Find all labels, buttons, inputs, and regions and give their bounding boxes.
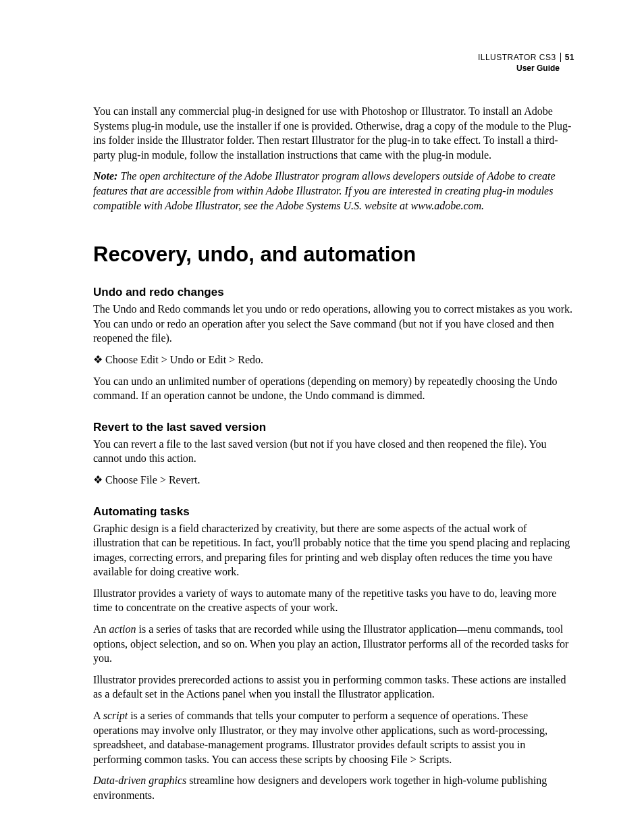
note-paragraph: Note: The open architecture of the Adobe…	[93, 169, 574, 213]
header-line-2: User Guide	[478, 63, 574, 74]
revert-p1: You can revert a file to the last saved …	[93, 437, 574, 466]
note-label: Note:	[93, 170, 117, 182]
section-heading: Recovery, undo, and automation	[93, 242, 574, 267]
undo-bullet: ❖Choose Edit > Undo or Edit > Redo.	[93, 353, 574, 367]
header-line-1: ILLUSTRATOR CS351	[478, 53, 574, 63]
revert-bullet-text: Choose File > Revert.	[105, 474, 200, 486]
revert-bullet: ❖Choose File > Revert.	[93, 473, 574, 488]
undo-p2: You can undo an unlimited number of oper…	[93, 374, 574, 403]
auto-p6: Data-driven graphics streamline how desi…	[93, 773, 574, 802]
auto-p5-em: script	[103, 710, 128, 721]
auto-p1: Graphic design is a field characterized …	[93, 521, 574, 579]
undo-bullet-text: Choose Edit > Undo or Edit > Redo.	[105, 354, 263, 365]
undo-p1: The Undo and Redo commands let you undo …	[93, 302, 574, 346]
auto-p4: Illustrator provides prerecorded actions…	[93, 673, 574, 702]
page: ILLUSTRATOR CS351 User Guide You can ins…	[0, 0, 644, 834]
product-name: ILLUSTRATOR CS3	[478, 53, 556, 62]
auto-p5-b: is a series of commands that tells your …	[93, 710, 547, 765]
running-header: ILLUSTRATOR CS351 User Guide	[478, 53, 574, 74]
revert-heading: Revert to the last saved version	[93, 421, 574, 434]
diamond-icon: ❖	[93, 473, 105, 488]
auto-p5-a: A	[93, 710, 103, 721]
auto-p2: Illustrator provides a variety of ways t…	[93, 586, 574, 615]
page-number: 51	[560, 53, 574, 62]
auto-p6-em: Data-driven graphics	[93, 775, 186, 786]
note-body: The open architecture of the Adobe Illus…	[93, 170, 556, 211]
diamond-icon: ❖	[93, 353, 105, 367]
auto-p5: A script is a series of commands that te…	[93, 708, 574, 766]
auto-p3-a: An	[93, 623, 109, 635]
auto-p3-em: action	[109, 623, 136, 635]
undo-heading: Undo and redo changes	[93, 286, 574, 299]
auto-p3-b: is a series of tasks that are recorded w…	[93, 623, 568, 664]
auto-p3: An action is a series of tasks that are …	[93, 622, 574, 666]
intro-paragraph: You can install any commercial plug-in d…	[93, 104, 574, 162]
page-content: You can install any commercial plug-in d…	[93, 104, 574, 803]
automating-heading: Automating tasks	[93, 505, 574, 519]
